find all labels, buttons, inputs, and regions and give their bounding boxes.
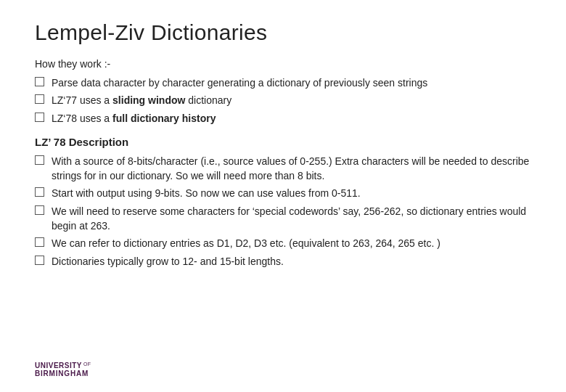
bullet-icon: [35, 94, 44, 104]
how-bullets-list: Parse data character by character genera…: [35, 75, 531, 126]
logo-birmingham-text: BIRMINGHAM: [35, 369, 89, 377]
bullet-text: Dictionaries typically grow to 12- and 1…: [52, 254, 284, 269]
bullet-text: Start with output using 9-bits. So now w…: [52, 186, 361, 200]
list-item: Dictionaries typically grow to 12- and 1…: [35, 254, 531, 269]
lz78-section-title: LZ’ 78 Description: [35, 136, 531, 148]
list-item: Start with output using 9-bits. So now w…: [35, 186, 531, 200]
slide: Lempel-Ziv Dictionaries How they work :-…: [0, 0, 566, 392]
bullet-text: We can refer to dictionary entries as D1…: [52, 236, 440, 250]
how-they-work-label: How they work :-: [35, 58, 531, 70]
list-item: LZ‘78 uses a full dictionary history: [35, 111, 531, 126]
logo-row: UNIVERSITYOF: [35, 362, 91, 369]
list-item: Parse data character by character genera…: [35, 75, 531, 90]
bullet-icon: [35, 113, 44, 122]
bullet-text: With a source of 8-bits/character (i.e.,…: [52, 154, 531, 184]
bullet-icon: [35, 77, 44, 86]
logo-of-text: OF: [83, 362, 91, 367]
list-item: With a source of 8-bits/character (i.e.,…: [35, 154, 531, 184]
bullet-icon: [35, 155, 44, 165]
list-item: LZ‘77 uses a sliding window dictionary: [35, 93, 531, 107]
bullet-icon: [35, 205, 44, 215]
bullet-text: Parse data character by character genera…: [52, 75, 427, 90]
bullet-icon: [35, 187, 44, 197]
university-logo: UNIVERSITYOF BIRMINGHAM: [35, 362, 91, 377]
logo-university-text: UNIVERSITY: [35, 362, 82, 369]
lz78-bullets-list: With a source of 8-bits/character (i.e.,…: [35, 154, 531, 269]
bullet-text: LZ‘78 uses a full dictionary history: [52, 111, 216, 126]
list-item: We can refer to dictionary entries as D1…: [35, 236, 531, 250]
page-title: Lempel-Ziv Dictionaries: [35, 20, 531, 45]
bullet-text: We will need to reserve some characters …: [52, 204, 531, 234]
bullet-text: LZ‘77 uses a sliding window dictionary: [52, 93, 231, 107]
list-item: We will need to reserve some characters …: [35, 204, 531, 234]
bullet-icon: [35, 256, 44, 265]
bullet-icon: [35, 237, 44, 247]
